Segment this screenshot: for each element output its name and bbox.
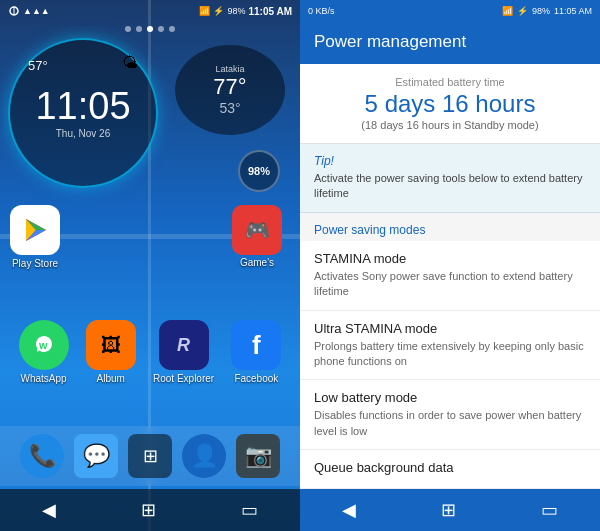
album-label: Album — [97, 373, 125, 384]
home-button-right[interactable]: ⊞ — [433, 491, 464, 529]
whatsapp-app[interactable]: W WhatsApp — [19, 320, 69, 384]
back-button-left[interactable]: ◀ — [34, 491, 64, 529]
low-battery-mode-desc: Disables functions in order to save powe… — [314, 408, 586, 439]
play-store-app[interactable]: Play Store — [10, 205, 60, 269]
signal-bars: 📶 — [199, 6, 210, 16]
low-battery-mode-item[interactable]: Low battery mode Disables functions in o… — [300, 380, 600, 450]
power-header: Power management — [300, 22, 600, 64]
dock-apps-icon[interactable]: ⊞ — [128, 434, 172, 478]
stamina-mode-title: STAMINA mode — [314, 251, 586, 266]
ultra-stamina-mode-title: Ultra STAMINA mode — [314, 321, 586, 336]
root-explorer-app[interactable]: R Root Explorer — [153, 320, 214, 384]
battery-badge: 98% — [238, 150, 280, 192]
queue-background-title: Queue background data — [314, 460, 586, 475]
tip-label: Tip! — [314, 154, 586, 168]
page-dots — [0, 26, 300, 32]
recents-button-right[interactable]: ▭ — [533, 491, 566, 529]
play-store-label: Play Store — [12, 258, 58, 269]
play-store-icon[interactable] — [10, 205, 60, 255]
app-row-2: W WhatsApp 🖼 Album R Root Explorer f Fac… — [0, 320, 300, 384]
whatsapp-label: WhatsApp — [21, 373, 67, 384]
status-bar-left: ▲▲▲ 📶 ⚡ 98% 11:05 AM — [0, 0, 300, 22]
status-time-left: 11:05 AM — [248, 6, 292, 17]
clock-widget: 57° 🌤 11:05 Thu, Nov 26 — [8, 38, 163, 193]
dock: 📞 💬 ⊞ 👤 📷 — [0, 426, 300, 486]
dock-messages-icon[interactable]: 💬 — [74, 434, 118, 478]
dock-camera-icon[interactable]: 📷 — [236, 434, 280, 478]
battery-time-value: 5 days 16 hours — [314, 92, 586, 116]
whatsapp-icon[interactable]: W — [19, 320, 69, 370]
dock-contacts-icon[interactable]: 👤 — [182, 434, 226, 478]
signal-icon: ▲▲▲ — [23, 6, 50, 16]
status-right-icons: 📶 ⚡ 98% 11:05 AM — [502, 6, 592, 16]
dot-4[interactable] — [158, 26, 164, 32]
clock-time: 11:05 — [35, 87, 130, 125]
weather-widget: Latakia 77° 53° — [175, 45, 285, 135]
clock-weather-icon: 🌤 — [122, 54, 138, 72]
facebook-icon[interactable]: f — [231, 320, 281, 370]
games-label: Game's — [240, 257, 274, 268]
weather-temp-low: 53° — [219, 100, 240, 116]
weather-city: Latakia — [215, 64, 244, 74]
clock-temp: 57° — [28, 58, 48, 73]
tip-text: Activate the power saving tools below to… — [314, 171, 586, 202]
dot-2[interactable] — [136, 26, 142, 32]
status-bar-right: 0 KB/s 📶 ⚡ 98% 11:05 AM — [300, 0, 600, 22]
recents-button-left[interactable]: ▭ — [233, 491, 266, 529]
album-icon[interactable]: 🖼 — [86, 320, 136, 370]
nav-bar-left: ◀ ⊞ ▭ — [0, 489, 300, 531]
charging-right: ⚡ — [517, 6, 528, 16]
clock-circle: 57° 🌤 11:05 Thu, Nov 26 — [8, 38, 158, 188]
dot-1[interactable] — [125, 26, 131, 32]
dock-phone-icon[interactable]: 📞 — [20, 434, 64, 478]
dot-3[interactable] — [147, 26, 153, 32]
games-icon[interactable]: 🎮 — [232, 205, 282, 255]
estimated-battery-label: Estimated battery time — [314, 76, 586, 88]
tip-section: Tip! Activate the power saving tools bel… — [300, 144, 600, 213]
power-content[interactable]: Estimated battery time 5 days 16 hours (… — [300, 64, 600, 489]
right-panel: 0 KB/s 📶 ⚡ 98% 11:05 AM Power management… — [300, 0, 600, 531]
back-button-right[interactable]: ◀ — [334, 491, 364, 529]
battery-right: 98% — [532, 6, 550, 16]
nav-bar-right: ◀ ⊞ ▭ — [300, 489, 600, 531]
time-right: 11:05 AM — [554, 6, 592, 16]
battery-standby-text: (18 days 16 hours in Standby mode) — [314, 119, 586, 131]
clock-date: Thu, Nov 26 — [56, 128, 110, 139]
root-explorer-icon[interactable]: R — [159, 320, 209, 370]
power-management-title: Power management — [314, 32, 586, 52]
games-app[interactable]: 🎮 Game's — [232, 205, 282, 268]
home-button-left[interactable]: ⊞ — [133, 491, 164, 529]
ultra-stamina-mode-desc: Prolongs battery time extensively by kee… — [314, 339, 586, 370]
facebook-app[interactable]: f Facebook — [231, 320, 281, 384]
charging-icon: ⚡ — [213, 6, 224, 16]
usb-icon — [8, 5, 20, 17]
battery-percent-left: 98% — [227, 6, 245, 16]
stamina-mode-item[interactable]: STAMINA mode Activates Sony power save f… — [300, 241, 600, 311]
ultra-stamina-mode-item[interactable]: Ultra STAMINA mode Prolongs battery time… — [300, 311, 600, 381]
dot-5[interactable] — [169, 26, 175, 32]
low-battery-mode-title: Low battery mode — [314, 390, 586, 405]
left-panel: ▲▲▲ 📶 ⚡ 98% 11:05 AM 57° 🌤 11:05 Thu, No… — [0, 0, 300, 531]
svg-text:W: W — [39, 341, 48, 351]
status-right-left: 📶 ⚡ 98% 11:05 AM — [199, 6, 292, 17]
battery-section: Estimated battery time 5 days 16 hours (… — [300, 64, 600, 144]
status-left-icons: ▲▲▲ — [8, 5, 50, 17]
album-app[interactable]: 🖼 Album — [86, 320, 136, 384]
data-speed: 0 KB/s — [308, 6, 335, 16]
power-saving-modes-header: Power saving modes — [300, 213, 600, 241]
facebook-label: Facebook — [234, 373, 278, 384]
queue-background-item[interactable]: Queue background data — [300, 450, 600, 489]
weather-temp-high: 77° — [213, 74, 246, 100]
root-explorer-label: Root Explorer — [153, 373, 214, 384]
stamina-mode-desc: Activates Sony power save function to ex… — [314, 269, 586, 300]
signal-bars-right: 📶 — [502, 6, 513, 16]
